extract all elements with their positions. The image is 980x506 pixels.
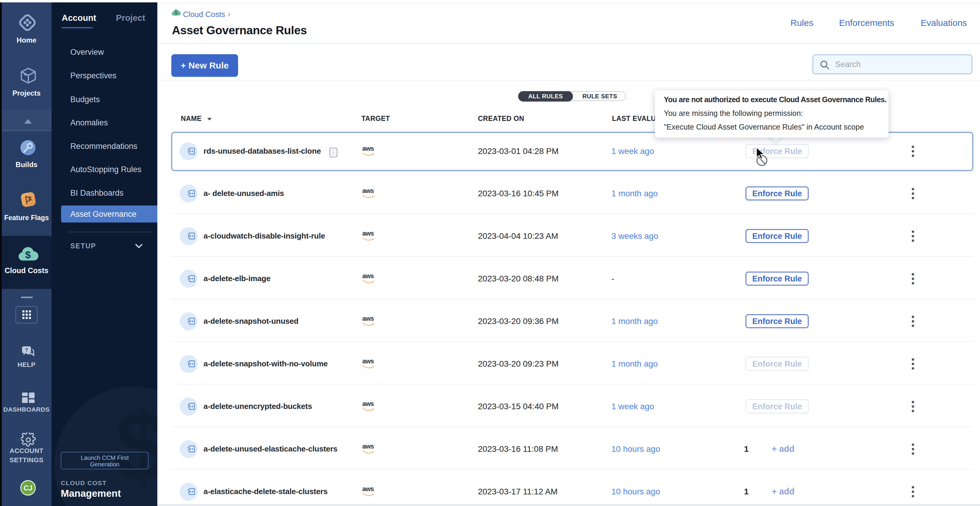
svg-text:?: ? bbox=[25, 347, 28, 353]
svg-text:$: $ bbox=[25, 249, 31, 260]
svg-text:$: $ bbox=[175, 10, 178, 16]
